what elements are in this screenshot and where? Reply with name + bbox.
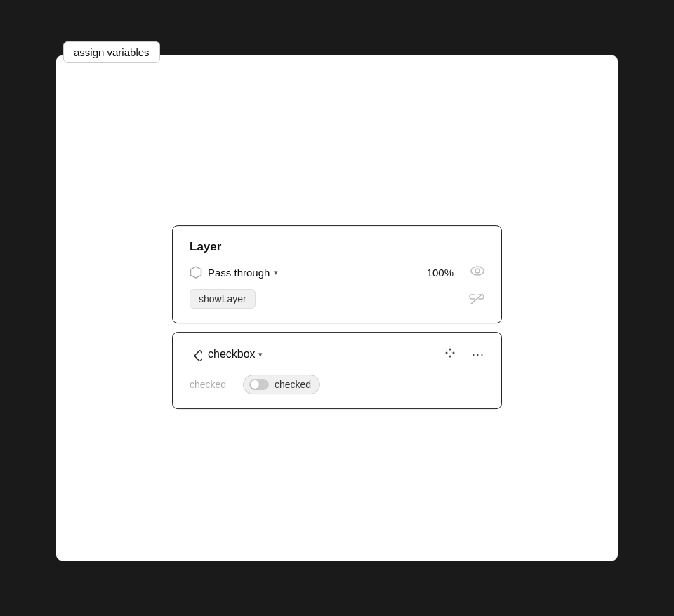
move-icon[interactable]: [444, 347, 456, 362]
diamond-icon: [190, 348, 202, 361]
more-options-icon[interactable]: ···: [472, 347, 484, 362]
hex-icon: [190, 266, 202, 279]
blend-mode-button[interactable]: Pass through ▾: [208, 267, 278, 279]
checkbox-header: checkbox ▾ ···: [190, 347, 484, 362]
checkbox-property-row: checked checked: [190, 375, 484, 394]
layer-blend-row: Pass through ▾ 100%: [190, 265, 484, 279]
layer-bottom-row: showLayer: [190, 289, 484, 309]
checkbox-title: checkbox ▾: [208, 348, 263, 361]
layer-card: Layer Pass through ▾ 100%: [172, 225, 502, 323]
outer-panel: assign variables Layer Pass through ▾ 10…: [56, 55, 618, 561]
checkbox-chevron[interactable]: ▾: [258, 350, 263, 359]
toggle-value-label: checked: [275, 379, 311, 390]
svg-point-8: [452, 352, 454, 354]
svg-marker-0: [191, 267, 201, 278]
unlink-icon[interactable]: [469, 292, 484, 306]
toggle-pill[interactable]: checked: [243, 375, 320, 394]
svg-point-2: [475, 269, 480, 273]
toggle-track: [249, 379, 269, 390]
blend-mode-chevron: ▾: [274, 268, 278, 277]
svg-point-5: [449, 349, 451, 351]
svg-rect-4: [194, 350, 202, 361]
cards-container: Layer Pass through ▾ 100%: [172, 225, 502, 409]
svg-point-1: [471, 267, 484, 275]
toggle-thumb: [251, 380, 259, 389]
svg-point-6: [449, 356, 451, 358]
checkbox-card: checkbox ▾ ··· checked: [172, 332, 502, 409]
show-layer-button[interactable]: showLayer: [190, 289, 256, 309]
svg-point-7: [445, 352, 447, 354]
assign-variables-tag: assign variables: [63, 41, 160, 63]
checked-property-label: checked: [190, 379, 232, 390]
layer-card-title: Layer: [190, 240, 484, 254]
opacity-value: 100%: [427, 267, 454, 279]
checkbox-title-text: checkbox: [208, 348, 256, 361]
visibility-icon[interactable]: [470, 265, 484, 279]
blend-mode-label: Pass through: [208, 267, 270, 279]
